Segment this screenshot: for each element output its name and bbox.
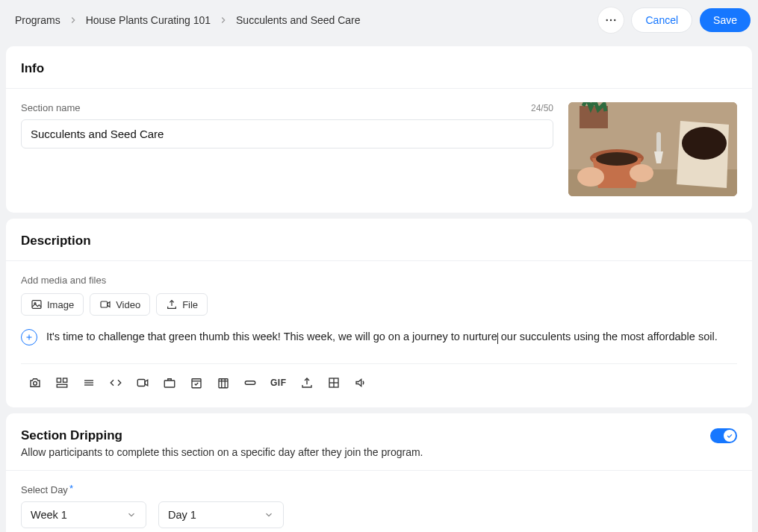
pill-icon[interactable] [243, 376, 257, 389]
chevron-down-icon [126, 510, 137, 520]
upload-toolbar-icon[interactable] [300, 376, 314, 389]
select-day-label: Select Day* [21, 484, 737, 495]
save-button[interactable]: Save [700, 8, 751, 32]
svg-rect-11 [656, 132, 661, 153]
svg-rect-28 [219, 379, 228, 388]
grid-icon[interactable] [327, 376, 341, 389]
week-select[interactable]: Week 1 [21, 501, 146, 528]
image-icon [31, 298, 43, 310]
chevron-right-icon [218, 15, 229, 25]
add-block-button[interactable] [21, 329, 37, 345]
breadcrumb-parent[interactable]: House Plants Curating 101 [86, 14, 211, 26]
day-select-value: Day 1 [168, 509, 196, 521]
svg-rect-32 [245, 381, 255, 385]
day-select[interactable]: Day 1 [158, 501, 284, 528]
camera-icon[interactable] [28, 376, 42, 389]
editor-toolbar: GIF [21, 375, 737, 391]
calendar-check-icon[interactable] [190, 376, 203, 389]
description-text-after: our succulents using the most affordable… [498, 331, 718, 342]
svg-rect-24 [137, 380, 145, 387]
add-file-button[interactable]: File [156, 293, 208, 316]
section-name-label: Section name [21, 102, 81, 113]
cancel-button[interactable]: Cancel [631, 7, 692, 33]
section-name-input[interactable] [21, 119, 553, 148]
svg-point-1 [610, 19, 612, 21]
svg-point-17 [34, 381, 37, 385]
add-video-button[interactable]: Video [90, 293, 150, 316]
dripping-card: Section Dripping Allow participants to c… [6, 413, 752, 532]
check-icon [726, 432, 733, 439]
svg-point-5 [682, 127, 727, 160]
svg-rect-19 [63, 378, 67, 382]
add-image-label: Image [47, 299, 74, 310]
section-name-counter: 24/50 [531, 103, 553, 113]
svg-rect-14 [101, 301, 108, 307]
calendar-icon[interactable] [217, 376, 230, 389]
code-icon[interactable] [109, 376, 122, 389]
layout-icon[interactable] [55, 376, 69, 389]
more-button[interactable] [598, 7, 624, 33]
svg-point-10 [630, 164, 653, 182]
svg-point-2 [615, 19, 616, 21]
dripping-toggle[interactable] [710, 428, 737, 443]
add-image-button[interactable]: Image [21, 293, 84, 316]
video-embed-icon[interactable] [136, 376, 149, 389]
breadcrumb-programs[interactable]: Programs [15, 14, 60, 26]
video-icon [99, 298, 111, 310]
section-thumbnail[interactable] [568, 102, 737, 196]
chevron-down-icon [264, 510, 274, 520]
svg-point-9 [577, 167, 604, 187]
plus-icon [25, 333, 34, 342]
add-video-label: Video [116, 299, 140, 310]
description-text-before: It's time to challenge that green thumb … [46, 331, 497, 342]
add-file-label: File [182, 299, 198, 310]
svg-rect-26 [192, 379, 201, 388]
svg-rect-12 [32, 301, 41, 309]
volume-icon[interactable] [354, 376, 367, 389]
dripping-desc: Allow participants to complete this sect… [21, 446, 423, 458]
svg-point-0 [606, 19, 608, 21]
svg-rect-20 [57, 384, 67, 387]
info-card: Info Section name 24/50 [6, 46, 752, 213]
description-editor[interactable]: It's time to challenge that green thumb … [46, 329, 718, 345]
description-title: Description [21, 234, 737, 248]
svg-point-7 [596, 152, 638, 166]
dripping-title: Section Dripping [21, 428, 423, 443]
toggle-knob [724, 430, 736, 442]
divider [21, 363, 737, 364]
more-horizontal-icon [604, 13, 618, 27]
divider-icon[interactable] [82, 376, 96, 389]
week-select-value: Week 1 [31, 509, 67, 521]
svg-rect-25 [164, 381, 175, 387]
svg-rect-18 [57, 378, 60, 382]
info-title: Info [21, 61, 737, 76]
breadcrumb-current: Succulents and Seed Care [236, 14, 361, 26]
chevron-right-icon [68, 15, 78, 25]
gif-button[interactable]: GIF [270, 378, 287, 388]
upload-icon [166, 298, 178, 310]
media-label: Add media and files [21, 275, 737, 286]
description-card: Description Add media and files Image Vi… [6, 219, 752, 407]
briefcase-icon[interactable] [163, 376, 176, 389]
breadcrumb: Programs House Plants Curating 101 Succu… [15, 14, 361, 26]
